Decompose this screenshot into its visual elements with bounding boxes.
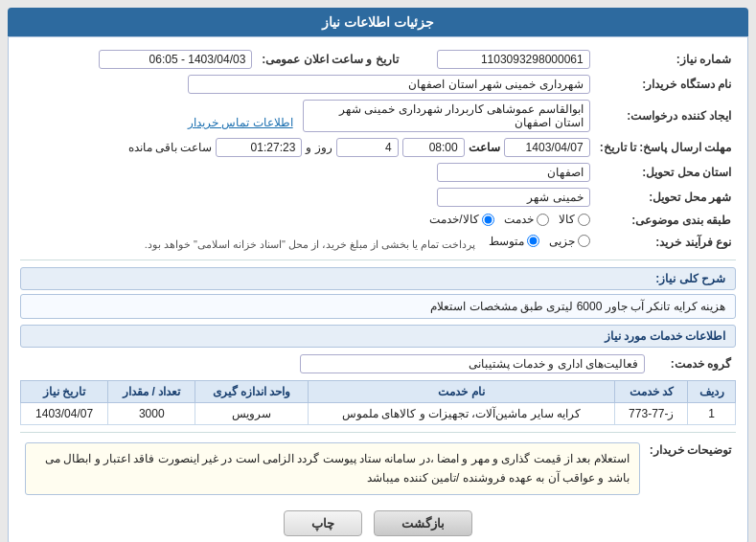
nam-dastgah-value: شهرداری خمینی شهر استان اصفهان [188,75,590,94]
shahr-value: خمینی شهر [437,188,590,207]
kala-khadamat-label: کالا/خدمت [429,213,478,226]
kala-label: کالا [559,213,575,226]
time-value: 08:00 [402,138,465,157]
col-kod: کد خدمت [615,381,688,403]
button-row: بازگشت چاپ [20,510,736,536]
sarh-value: هزینه کرایه تانکر آب جاور 6000 لیتری طبق… [20,294,736,319]
remaining-label: ساعت باقی مانده [128,141,213,154]
divider-2 [20,432,736,433]
tarikh-ilan-value: 1403/04/03 - 06:05 [99,50,252,69]
ostan-value: اصفهان [437,163,590,182]
notes-value: استعلام بعد از قیمت گذاری و مهر و امضا ،… [25,442,640,495]
back-button[interactable]: بازگشت [374,510,472,536]
col-nam: نام خدمت [308,381,615,403]
pardakht-label: پرداخت تمام یا بخشی از مبلغ خرید، از محل… [145,237,476,249]
shomare-niaz-label: شماره نیاز: [595,47,736,72]
jazii-label: جزیی [549,235,575,248]
nam-dastgah-label: نام دستگاه خریدار: [595,72,736,97]
radio-kala[interactable]: کالا [559,213,590,226]
motavaset-label: متوسط [489,235,524,248]
col-radif: ردیف [688,381,736,403]
etelaat-section-title: اطلاعات خدمات مورد نیاز [20,325,736,348]
services-table: ردیف کد خدمت نام خدمت واحد اندازه گیری ت… [20,380,736,425]
group-khadamat-value: فعالیت‌های اداری و خدمات پشتیبانی [300,354,645,373]
tarikh-ilan-label: تاریخ و ساعت اعلان عمومی: [257,47,402,72]
ijad-value: ابوالقاسم عموشاهی کاربردار شهرداری خمینی… [303,100,590,132]
roz-label: روز و [306,141,332,154]
khadamat-label: خدمت [504,213,534,226]
shahr-label: شهر محل تحویل: [595,185,736,210]
print-button[interactable]: چاپ [284,510,362,536]
roz-value: 4 [336,138,399,157]
etelaat-tamas-link[interactable]: اطلاعات تماس خریدار [188,116,293,129]
shomare-niaz-value: 1103093298000061 [437,50,590,69]
col-tedad: تعداد / مقدار [108,381,195,403]
nou-farayand-label: نوع فرآیند خرید: [595,232,736,254]
time-label: ساعت [469,141,500,154]
group-khadamat-label: گروه خدمت: [650,351,736,376]
radio-motavaset[interactable]: متوسط [489,235,539,248]
radio-kala-khadamat[interactable]: کالا/خدمت [429,213,493,226]
date-value: 1403/04/07 [504,138,590,157]
page-title: جزئیات اطلاعات نیاز [8,8,748,36]
remaining-value: 01:27:23 [216,138,302,157]
radio-khadamat[interactable]: خدمت [504,213,549,226]
col-vahed: واحد اندازه گیری [195,381,308,403]
tarighe-label: طبقه بندی موضوعی: [595,210,736,232]
mohlet-label: مهلت ارسال پاسخ: تا تاریخ: [595,135,736,160]
divider-1 [20,260,736,260]
ijad-label: ایجاد کننده درخواست: [595,97,736,135]
sarh-section-title: شرح کلی نیاز: [20,267,736,290]
radio-jazii[interactable]: جزیی [549,235,590,248]
col-tarikh: تاریخ نیاز [21,381,108,403]
notes-label: توضیحات خریدار: [645,440,736,505]
table-row: 1ز-77-773کرایه سایر ماشین‌آلات، تجهیزات … [21,403,736,425]
ostan-label: استان محل تحویل: [595,160,736,185]
